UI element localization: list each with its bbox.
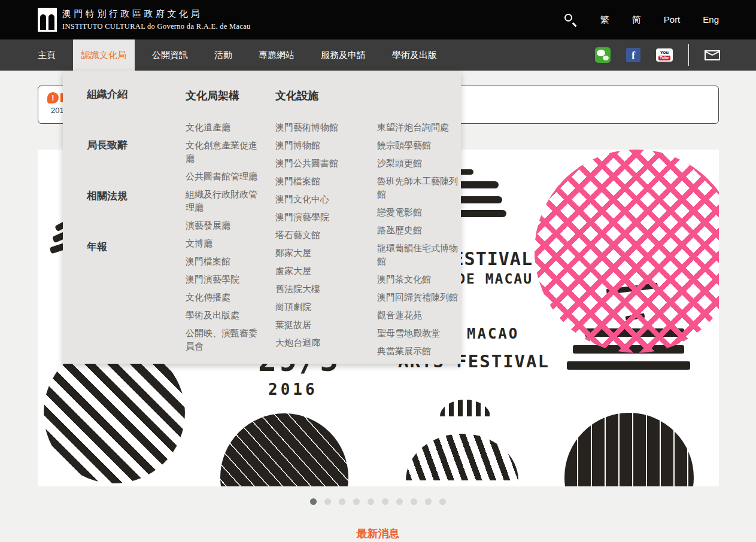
dropdown-item[interactable]: 觀音蓮花苑 <box>377 309 460 322</box>
dropdown-item[interactable]: 饒宗頤學藝館 <box>377 139 460 152</box>
dropdown-item[interactable]: 澳門公共圖書館 <box>275 157 370 170</box>
dropdown-link[interactable]: 相關法規 <box>87 189 171 203</box>
nav-menu-item[interactable]: 主頁 <box>38 39 65 71</box>
banner-text-macao: MACAO <box>467 325 519 342</box>
dropdown-item[interactable]: 東望洋炮台詢問處 <box>377 121 460 134</box>
scratched-dark-circle <box>220 413 348 486</box>
nav-menu-item[interactable]: 專題網站 <box>250 39 303 71</box>
nav-menu-item[interactable]: 認識文化局 <box>73 39 135 71</box>
carousel-dot[interactable] <box>353 498 360 505</box>
dropdown-item[interactable]: 文化遺產廳 <box>186 121 262 134</box>
dropdown-item[interactable]: 學術及出版處 <box>186 309 262 322</box>
dropdown-item[interactable]: 文化創意產業促進廳 <box>186 139 262 165</box>
dropdown-column-list: 東望洋炮台詢問處饒宗頤學藝館沙梨頭更館魯班先師木工藝陳列館戀愛電影館路氹歷史館龍… <box>377 121 460 363</box>
dropdown-item[interactable]: 澳門回歸賀禮陳列館 <box>377 291 460 304</box>
dropdown-item[interactable]: 澳門藝術博物館 <box>275 121 370 134</box>
carousel-pagination <box>0 498 756 505</box>
facebook-icon[interactable]: f <box>626 48 640 62</box>
dropdown-item[interactable]: 路氹歷史館 <box>377 224 460 237</box>
social-divider <box>688 44 689 66</box>
language-option[interactable]: Eng <box>703 14 719 26</box>
dropdown-item[interactable]: 演藝發展廳 <box>186 219 262 232</box>
dropdown-column-title[interactable]: 文化設施 <box>275 89 370 103</box>
dropdown-link[interactable]: 年報 <box>87 240 171 254</box>
dropdown-item[interactable]: 魯班先師木工藝陳列館 <box>377 175 460 201</box>
wechat-icon[interactable] <box>595 47 611 63</box>
dropdown-item[interactable]: 組織及行政財政管理廳 <box>186 188 262 214</box>
dropdown-item[interactable]: 葉挺故居 <box>275 318 370 331</box>
search-icon[interactable] <box>563 13 578 27</box>
carousel-dot[interactable] <box>439 498 446 505</box>
news-section-title: 最新消息 <box>0 526 756 541</box>
carousel-dot[interactable] <box>310 498 317 505</box>
dropdown-link[interactable]: 局長致辭 <box>87 138 171 153</box>
dropdown-item[interactable]: 龍環葡韻住宅式博物館 <box>377 242 460 268</box>
dropdown-column-list: 文化遺產廳文化創意產業促進廳公共圖書館管理廳組織及行政財政管理廳演藝發展廳文博廳… <box>186 121 262 358</box>
carousel-dot[interactable] <box>425 498 432 505</box>
dropdown-item[interactable]: 澳門茶文化館 <box>377 273 460 286</box>
site-logo[interactable]: 澳門特別行政區政府文化局 INSTITUTO CULTURAL do Gover… <box>38 8 251 32</box>
top-header: 澳門特別行政區政府文化局 INSTITUTO CULTURAL do Gover… <box>0 0 756 39</box>
nav-menu-item[interactable]: 服務及申請 <box>312 39 375 71</box>
carousel-dot[interactable] <box>396 498 403 505</box>
dropdown-item[interactable]: 舊法院大樓 <box>275 282 370 296</box>
dropdown-item[interactable]: 公開映、演甄審委員會 <box>186 327 262 353</box>
dropdown-column-list: 澳門藝術博物館澳門博物館澳門公共圖書館澳門檔案館澳門文化中心澳門演藝學院塔石藝文… <box>275 121 370 354</box>
dropdown-item[interactable]: 典當業展示館 <box>377 345 460 358</box>
small-dashed-dome <box>440 400 490 416</box>
dropdown-column-title[interactable]: 文化局架構 <box>186 89 262 103</box>
dropdown-item[interactable]: 塔石藝文館 <box>275 229 370 242</box>
email-icon[interactable] <box>705 50 720 60</box>
nav-dropdown-menu: 組織介紹局長致辭相關法規年報 文化局架構 文化遺產廳文化創意產業促進廳公共圖書館… <box>63 71 461 364</box>
banner-text-year: 2016 <box>268 380 318 398</box>
site-title-pt: INSTITUTO CULTURAL do Governo da R.A.E. … <box>62 22 251 31</box>
striped-dome <box>406 434 518 480</box>
dropdown-item[interactable]: 澳門演藝學院 <box>275 211 370 224</box>
youtube-icon[interactable]: You Tube <box>656 48 673 62</box>
nav-menu: 主頁認識文化局公開資訊活動專題網站服務及申請學術及出版 <box>38 39 454 71</box>
dropdown-item[interactable]: 戀愛電影館 <box>377 206 460 219</box>
dropdown-item[interactable]: 聖母雪地殿教堂 <box>377 327 460 340</box>
vertical-lined-circle <box>564 413 694 486</box>
dropdown-item[interactable]: 文化傳播處 <box>186 291 262 304</box>
dropdown-quick-links: 組織介紹局長致辭相關法規年報 <box>87 87 171 291</box>
dropdown-link[interactable]: 組織介紹 <box>87 87 171 102</box>
dropdown-item[interactable]: 大炮台迴廊 <box>275 336 370 349</box>
nav-menu-item[interactable]: 公開資訊 <box>143 39 197 71</box>
dropdown-item[interactable]: 公共圖書館管理廳 <box>186 170 262 183</box>
dropdown-item[interactable]: 澳門博物館 <box>275 139 370 152</box>
language-option[interactable]: 繁 <box>600 14 609 26</box>
nav-menu-item[interactable]: 活動 <box>205 39 241 71</box>
carousel-dot[interactable] <box>368 498 374 505</box>
dropdown-item[interactable]: 文博廳 <box>186 237 262 250</box>
site-title-zh: 澳門特別行政區政府文化局 <box>62 8 251 20</box>
logo-arch-icon <box>38 8 57 32</box>
carousel-dot[interactable] <box>411 498 417 505</box>
language-switcher: 繁简PortEng <box>600 14 719 26</box>
dropdown-item[interactable]: 澳門檔案館 <box>275 175 370 188</box>
dropdown-item[interactable]: 澳門檔案館 <box>186 255 262 268</box>
dropdown-item[interactable]: 澳門文化中心 <box>275 193 370 206</box>
language-option[interactable]: Port <box>664 14 681 26</box>
dropdown-item[interactable]: 盧家大屋 <box>275 264 370 278</box>
pink-crosshatch-circle <box>535 150 719 353</box>
alert-icon: ! <box>47 92 59 103</box>
dropdown-item[interactable]: 澳門演藝學院 <box>186 273 262 286</box>
carousel-dot[interactable] <box>382 498 388 505</box>
language-option[interactable]: 简 <box>632 14 641 26</box>
main-navbar: 主頁認識文化局公開資訊活動專題網站服務及申請學術及出版 f You Tube <box>0 39 756 71</box>
carousel-dot[interactable] <box>324 498 331 505</box>
carousel-dot[interactable] <box>339 498 345 505</box>
nav-menu-item[interactable]: 學術及出版 <box>383 39 446 71</box>
dropdown-item[interactable]: 崗頂劇院 <box>275 300 370 313</box>
dropdown-item[interactable]: 鄭家大屋 <box>275 246 370 260</box>
dropdown-item[interactable]: 沙梨頭更館 <box>377 157 460 170</box>
stacked-bar <box>567 361 690 370</box>
